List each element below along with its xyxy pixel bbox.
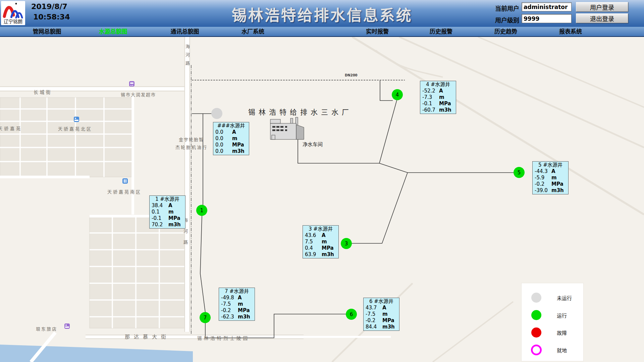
current-date: 2019/8/7 [31,2,67,11]
poi-label-martyrs-cemetery: 锡林浩特烈士陵园 [197,335,250,341]
plant-title: 锡林浩特给排水三水厂 [248,107,352,117]
water-area [0,345,193,362]
legend-item-running: 运行 [522,310,583,320]
well-status-circle-1[interactable]: 1 [196,205,207,216]
nav-realtime-alarm[interactable]: 实时报警 [366,27,389,36]
login-button[interactable]: 用户登录 [576,2,628,12]
well-data-box-5: 5 #水源井 -44.3A -5.9m -0.2MPa -39.0m3h [532,161,569,194]
poi-label-tianjiao-south: 天骄嘉苑南区 [107,188,142,195]
user-level-label: 用户级别 [495,15,519,24]
residence-north-icon [74,117,79,122]
nav-history-trend[interactable]: 历史趋势 [494,27,517,36]
well-data-box-7: 7 #水源井 -49.8A -7.5m -0.2MPa -62.3m3h [219,288,255,321]
poi-label-tire-shop-1: 金宇轮胎智 [179,136,204,142]
nav-water-source-overview[interactable]: 水源总貌图 [99,27,127,36]
page-title: 锡林浩特给排水信息系统 [231,3,412,25]
well-data-box-3: 3 #水源井 43.6A 7.5m 0.4MPa 63.9m3h [303,225,339,258]
status-legend: 未运行 运行 故障 就地 [522,283,583,361]
poi-label-tire-shop-2: 杰轮胎机油行 [175,144,208,150]
well-data-box-1: 1 #水源井 38.4A 0.1m -0.1MPa 70.2m3h [149,195,185,229]
fault-status-icon [531,327,541,338]
well-status-circle-7[interactable]: 7 [200,312,211,323]
local-status-icon [531,345,542,355]
well-data-box-4: 4 #水源井 -52.2A -7.3m -0.1MPa -60.7m3h [420,81,456,114]
legend-item-local: 就地 [522,345,583,355]
well-status-circle-6[interactable]: 6 [346,309,357,320]
poi-label-hotel: 垠东旅店 [36,325,57,332]
nav-pipe-network-overview[interactable]: 管网总貌图 [33,27,61,36]
streets [0,37,391,337]
well-status-circle-unknown[interactable] [211,108,222,119]
nav-communication-overview[interactable]: 通讯总貌图 [171,27,199,36]
running-status-icon [531,310,541,320]
water-source-map: 长城街 锡市大润发超市 天骄嘉苑 天骄嘉苑北区 金宇轮胎智 杰轮胎机油行 天骄嘉… [0,37,644,362]
poi-label-tianjiao-north: 天骄嘉苑北区 [58,125,92,132]
well-status-circle-4[interactable]: 4 [392,89,403,100]
workshop-label: 净水车间 [303,140,323,147]
stopped-status-icon [531,293,541,303]
well-data-box-unknown: ###水源井 0.0A 0.0m 0.0MPa 0.0m3h [213,122,249,155]
logout-button[interactable]: 退出登录 [576,13,628,23]
factory-icon [270,117,304,139]
legend-item-stopped: 未运行 [522,293,583,303]
hotel-bed-icon [64,323,70,329]
current-time: 10:58:34 [33,13,70,21]
nav-report-system[interactable]: 报表系统 [559,27,582,36]
street-label-changcheng: 长城街 [34,88,52,95]
current-user-input[interactable] [522,2,572,11]
well-status-circle-3[interactable]: 3 [341,238,352,249]
current-user-label: 当前用户 [495,4,519,12]
company-logo: 辽宁铭朗 [1,1,25,25]
user-level-input[interactable] [522,14,572,23]
residence-south-icon [122,178,128,184]
poi-label-tianjiao: 天骄嘉苑 [0,125,22,131]
supermarket-cart-icon [129,81,135,86]
main-nav: 管网总貌图 水源总貌图 通讯总貌图 水厂系统 实时报警 历史报警 历史趋势 报表… [0,27,644,37]
legend-item-fault: 故障 [522,327,583,338]
poi-label-supermarket: 锡市大润发超市 [121,91,156,98]
street-label-nadamu: 那达慕大街 [125,333,170,340]
street-label-haihe-top: 海河路 [184,44,191,69]
nav-history-alarm[interactable]: 历史报警 [430,27,452,36]
logo-arcs-icon [1,1,25,18]
logo-text: 辽宁铭朗 [1,18,25,24]
well-status-circle-5[interactable]: 5 [514,167,525,178]
header-bar: 辽宁铭朗 2019/8/7 10:58:34 锡林浩特给排水信息系统 当前用户 … [0,0,644,27]
pipe-diameter-label: DN200 [345,73,358,77]
well-data-box-6: 6 #水源井 43.7A -7.5m -0.2MPa 84.4m3h [363,298,399,331]
nav-water-plant-system[interactable]: 水厂系统 [241,27,264,36]
